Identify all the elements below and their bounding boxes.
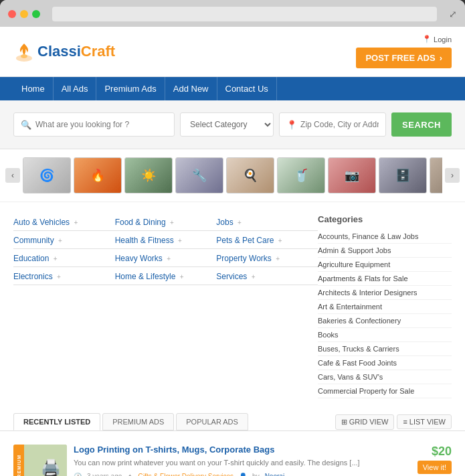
post-btn-icon: ›	[440, 53, 442, 63]
search-section: 🔍 Select Category 📍 SEARCH	[0, 100, 465, 149]
sidebar-cat-item[interactable]: Admin & Support Jobs	[318, 244, 452, 258]
carousel-next-button[interactable]: ›	[445, 168, 460, 183]
listing-meta: 🕐 3 years ago ✦ Gifts & Flower Delivery …	[74, 473, 411, 477]
main-nav: Home All Ads Premium Ads Add New Contact…	[0, 77, 465, 100]
location-icon: 📍	[286, 120, 297, 130]
category-col-2: Food & Dining + Health & Fitness + Heavy…	[115, 214, 217, 398]
cat-health-fitness[interactable]: Health & Fitness +	[115, 232, 217, 249]
cat-jobs[interactable]: Jobs +	[216, 214, 318, 231]
sidebar-cat-item[interactable]: Architects & Interior Designers	[318, 286, 452, 300]
url-bar[interactable]	[52, 7, 437, 21]
category-col-1: Auto & Vehicles + Community + Education …	[13, 214, 115, 398]
list-icon: ≡	[403, 418, 407, 426]
carousel-prev-button[interactable]: ‹	[5, 168, 20, 183]
author-icon: 👤	[239, 473, 247, 477]
listing-price-amount: $20	[432, 445, 452, 459]
premium-badge: PREMIUM	[13, 445, 24, 476]
pin-icon: 📍	[422, 35, 432, 44]
cat-heavy-works[interactable]: Heavy Works +	[115, 250, 217, 267]
sidebar-cat-item[interactable]: Commercial Property for Sale	[318, 384, 452, 398]
sidebar-cat-item[interactable]: Bakeries & Confectionery	[318, 314, 452, 328]
sidebar-categories: Categories Accounts, Finance & Law Jobs …	[318, 214, 452, 398]
carousel-item[interactable]: 🥤	[277, 157, 325, 193]
cat-home-lifestyle[interactable]: Home & Lifestyle +	[115, 268, 217, 285]
sidebar-cat-item[interactable]: Apartments & Flats for Sale	[318, 272, 452, 286]
expand-icon[interactable]: ⤢	[449, 9, 457, 19]
premium-badge-text: PREMIUM	[17, 455, 21, 476]
sidebar-cat-item[interactable]: Art & Entertainment	[318, 300, 452, 314]
cat-education[interactable]: Education +	[13, 250, 115, 267]
logo-icon	[13, 41, 35, 62]
carousel-item[interactable]: 🚪	[430, 157, 442, 193]
login-label: Login	[434, 35, 452, 44]
sidebar-cat-item[interactable]: Cars, Vans & SUV's	[318, 370, 452, 384]
location-input[interactable]	[300, 120, 379, 129]
sidebar-heading: Categories	[318, 214, 452, 224]
logo-text: ClassiCraft	[37, 43, 115, 60]
listings-tabs: RECENTLY LISTED PREMIUM ADS POPULAR ADS …	[0, 406, 465, 431]
sidebar-cat-item[interactable]: Cafe & Fast Food Joints	[318, 356, 452, 370]
nav-all-ads[interactable]: All Ads	[54, 77, 97, 100]
listing-time: 3 years ago	[87, 473, 122, 477]
listing-price: $20 View it!	[417, 445, 452, 474]
cat-pets[interactable]: Pets & Pet Care +	[216, 232, 318, 249]
maximize-dot[interactable]	[32, 10, 40, 18]
search-icon: 🔍	[21, 120, 31, 130]
nav-premium-ads[interactable]: Premium Ads	[96, 77, 165, 100]
cat-services[interactable]: Services +	[216, 268, 318, 285]
cat-electronics[interactable]: Electronics +	[13, 268, 115, 285]
sidebar-cat-list: Accounts, Finance & Law Jobs Admin & Sup…	[318, 230, 452, 398]
listing-category-tag[interactable]: Gifts & Flower Delivery Services	[138, 473, 234, 477]
thumb-image: 🖨️	[24, 445, 67, 476]
login-link[interactable]: 📍 Login	[422, 35, 452, 44]
grid-view-button[interactable]: ⊞ GRID VIEW	[335, 414, 395, 430]
tab-popular-ads[interactable]: POPULAR ADS	[176, 413, 248, 430]
view-buttons: ⊞ GRID VIEW ≡ LIST VIEW	[335, 414, 452, 430]
category-select[interactable]: Select Category	[180, 112, 274, 137]
logo[interactable]: ClassiCraft	[13, 41, 115, 62]
cat-food-dining[interactable]: Food & Dining +	[115, 214, 217, 231]
sidebar-cat-item[interactable]: Accounts, Finance & Law Jobs	[318, 230, 452, 244]
carousel-items: 🌀 🔥 ☀️ 🔧 🍳 🥤 📷 🗄️ 🚪	[23, 157, 442, 193]
cat-property-works[interactable]: Property Works +	[216, 250, 318, 267]
listing-author[interactable]: Neeraj	[265, 473, 284, 477]
image-carousel: ‹ 🌀 🔥 ☀️ 🔧 🍳 🥤 📷 🗄️ 🚪 ›	[0, 149, 465, 202]
browser-dots	[8, 10, 40, 18]
listing-time-icon: 🕐	[74, 473, 82, 477]
list-view-button[interactable]: ≡ LIST VIEW	[397, 414, 452, 429]
carousel-item[interactable]: 📷	[328, 157, 376, 193]
sidebar-cat-item[interactable]: Buses, Trucks & Carriers	[318, 342, 452, 356]
tab-recently-listed[interactable]: RECENTLY LISTED	[13, 413, 100, 430]
nav-home[interactable]: Home	[13, 77, 54, 100]
tab-premium-ads[interactable]: PREMIUM ADS	[102, 413, 174, 430]
post-btn-label: POST FREE ADS	[365, 53, 435, 63]
grid-icon: ⊞	[341, 418, 347, 426]
search-input-wrap: 🔍	[13, 112, 175, 137]
post-free-ads-button[interactable]: POST FREE ADS ›	[356, 48, 452, 68]
listing-title[interactable]: Logo Printing on T-shirts, Mugs, Corpora…	[74, 445, 411, 455]
header-right: 📍 Login POST FREE ADS ›	[356, 35, 452, 68]
site-header: ClassiCraft 📍 Login POST FREE ADS ›	[0, 27, 465, 77]
sidebar-cat-item[interactable]: Agriculture Equipment	[318, 258, 452, 272]
nav-add-new[interactable]: Add New	[165, 77, 217, 100]
carousel-item[interactable]: 🗄️	[379, 157, 427, 193]
listing-description: You can now print whatever you want on y…	[74, 457, 411, 469]
carousel-item[interactable]: 🍳	[226, 157, 274, 193]
location-wrap: 📍	[279, 112, 386, 137]
svg-point-1	[21, 54, 27, 58]
search-button[interactable]: SEARCH	[391, 112, 452, 137]
carousel-item[interactable]: ☀️	[124, 157, 173, 193]
nav-contact-us[interactable]: Contact Us	[217, 77, 277, 100]
carousel-item[interactable]: 🔥	[74, 157, 122, 193]
cat-community[interactable]: Community +	[13, 232, 115, 249]
categories-section: Auto & Vehicles + Community + Education …	[0, 202, 465, 406]
carousel-item[interactable]: 🔧	[175, 157, 223, 193]
close-dot[interactable]	[8, 10, 16, 18]
cat-auto-vehicles[interactable]: Auto & Vehicles +	[13, 214, 115, 231]
minimize-dot[interactable]	[20, 10, 28, 18]
view-it-button[interactable]: View it!	[417, 461, 452, 474]
search-input[interactable]	[35, 120, 167, 129]
carousel-item[interactable]: 🌀	[23, 157, 71, 193]
listing-item: PREMIUM 🖨️ Logo Printing on T-shirts, Mu…	[13, 438, 452, 476]
sidebar-cat-item[interactable]: Books	[318, 328, 452, 342]
